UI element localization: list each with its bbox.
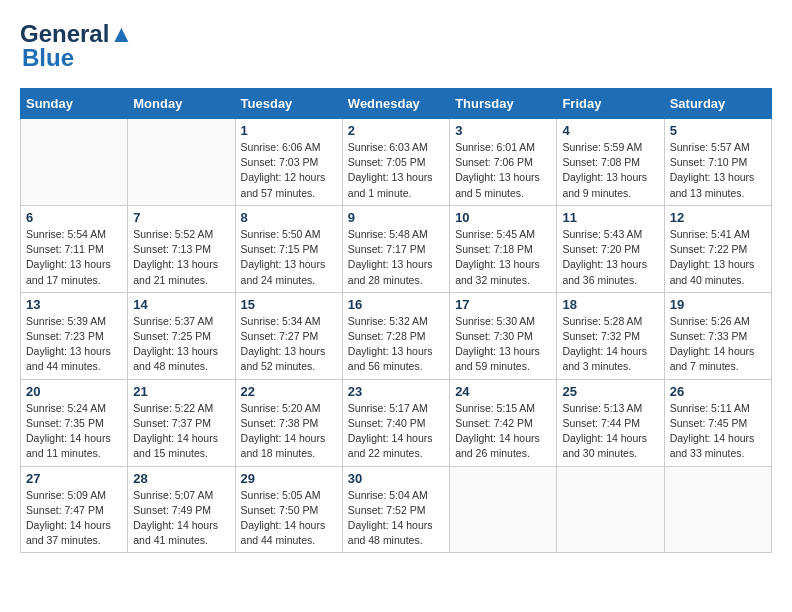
day-number: 25 [562,384,658,399]
day-number: 13 [26,297,122,312]
calendar-cell-w1-d3: 9Sunrise: 5:48 AM Sunset: 7:17 PM Daylig… [342,205,449,292]
calendar-cell-w0-d0 [21,119,128,206]
calendar-cell-w1-d0: 6Sunrise: 5:54 AM Sunset: 7:11 PM Daylig… [21,205,128,292]
day-info: Sunrise: 5:28 AM Sunset: 7:32 PM Dayligh… [562,314,658,375]
day-info: Sunrise: 5:57 AM Sunset: 7:10 PM Dayligh… [670,140,766,201]
day-info: Sunrise: 5:34 AM Sunset: 7:27 PM Dayligh… [241,314,337,375]
calendar-cell-w0-d6: 5Sunrise: 5:57 AM Sunset: 7:10 PM Daylig… [664,119,771,206]
day-number: 29 [241,471,337,486]
day-number: 14 [133,297,229,312]
day-number: 21 [133,384,229,399]
day-info: Sunrise: 5:05 AM Sunset: 7:50 PM Dayligh… [241,488,337,549]
day-info: Sunrise: 5:22 AM Sunset: 7:37 PM Dayligh… [133,401,229,462]
calendar-cell-w0-d4: 3Sunrise: 6:01 AM Sunset: 7:06 PM Daylig… [450,119,557,206]
day-info: Sunrise: 5:20 AM Sunset: 7:38 PM Dayligh… [241,401,337,462]
day-number: 15 [241,297,337,312]
calendar-cell-w2-d4: 17Sunrise: 5:30 AM Sunset: 7:30 PM Dayli… [450,292,557,379]
calendar-cell-w1-d6: 12Sunrise: 5:41 AM Sunset: 7:22 PM Dayli… [664,205,771,292]
calendar-cell-w1-d5: 11Sunrise: 5:43 AM Sunset: 7:20 PM Dayli… [557,205,664,292]
day-number: 30 [348,471,444,486]
calendar-cell-w4-d3: 30Sunrise: 5:04 AM Sunset: 7:52 PM Dayli… [342,466,449,553]
day-info: Sunrise: 5:09 AM Sunset: 7:47 PM Dayligh… [26,488,122,549]
day-info: Sunrise: 5:04 AM Sunset: 7:52 PM Dayligh… [348,488,444,549]
day-info: Sunrise: 5:11 AM Sunset: 7:45 PM Dayligh… [670,401,766,462]
day-number: 20 [26,384,122,399]
day-info: Sunrise: 6:01 AM Sunset: 7:06 PM Dayligh… [455,140,551,201]
day-number: 27 [26,471,122,486]
calendar-cell-w4-d1: 28Sunrise: 5:07 AM Sunset: 7:49 PM Dayli… [128,466,235,553]
day-number: 18 [562,297,658,312]
calendar-cell-w0-d2: 1Sunrise: 6:06 AM Sunset: 7:03 PM Daylig… [235,119,342,206]
day-info: Sunrise: 5:43 AM Sunset: 7:20 PM Dayligh… [562,227,658,288]
day-number: 9 [348,210,444,225]
calendar-cell-w3-d4: 24Sunrise: 5:15 AM Sunset: 7:42 PM Dayli… [450,379,557,466]
day-number: 10 [455,210,551,225]
day-info: Sunrise: 5:41 AM Sunset: 7:22 PM Dayligh… [670,227,766,288]
day-info: Sunrise: 5:15 AM Sunset: 7:42 PM Dayligh… [455,401,551,462]
calendar-cell-w3-d3: 23Sunrise: 5:17 AM Sunset: 7:40 PM Dayli… [342,379,449,466]
day-number: 3 [455,123,551,138]
calendar-cell-w4-d0: 27Sunrise: 5:09 AM Sunset: 7:47 PM Dayli… [21,466,128,553]
weekday-header-sunday: Sunday [21,89,128,119]
day-number: 4 [562,123,658,138]
day-info: Sunrise: 5:59 AM Sunset: 7:08 PM Dayligh… [562,140,658,201]
calendar-cell-w3-d5: 25Sunrise: 5:13 AM Sunset: 7:44 PM Dayli… [557,379,664,466]
weekday-header-thursday: Thursday [450,89,557,119]
day-number: 22 [241,384,337,399]
calendar-cell-w2-d2: 15Sunrise: 5:34 AM Sunset: 7:27 PM Dayli… [235,292,342,379]
day-info: Sunrise: 5:37 AM Sunset: 7:25 PM Dayligh… [133,314,229,375]
calendar-cell-w4-d2: 29Sunrise: 5:05 AM Sunset: 7:50 PM Dayli… [235,466,342,553]
day-info: Sunrise: 5:17 AM Sunset: 7:40 PM Dayligh… [348,401,444,462]
logo-blue: Blue [22,44,74,72]
day-number: 12 [670,210,766,225]
calendar-cell-w1-d2: 8Sunrise: 5:50 AM Sunset: 7:15 PM Daylig… [235,205,342,292]
calendar-cell-w4-d6 [664,466,771,553]
calendar-cell-w0-d5: 4Sunrise: 5:59 AM Sunset: 7:08 PM Daylig… [557,119,664,206]
logo: General▲ Blue [20,20,133,72]
day-number: 16 [348,297,444,312]
day-number: 7 [133,210,229,225]
day-info: Sunrise: 5:45 AM Sunset: 7:18 PM Dayligh… [455,227,551,288]
calendar-cell-w3-d6: 26Sunrise: 5:11 AM Sunset: 7:45 PM Dayli… [664,379,771,466]
day-number: 6 [26,210,122,225]
calendar-cell-w4-d5 [557,466,664,553]
day-number: 17 [455,297,551,312]
day-number: 1 [241,123,337,138]
day-info: Sunrise: 6:03 AM Sunset: 7:05 PM Dayligh… [348,140,444,201]
day-info: Sunrise: 5:26 AM Sunset: 7:33 PM Dayligh… [670,314,766,375]
weekday-header-wednesday: Wednesday [342,89,449,119]
day-info: Sunrise: 5:52 AM Sunset: 7:13 PM Dayligh… [133,227,229,288]
calendar-cell-w1-d4: 10Sunrise: 5:45 AM Sunset: 7:18 PM Dayli… [450,205,557,292]
day-number: 2 [348,123,444,138]
day-info: Sunrise: 5:54 AM Sunset: 7:11 PM Dayligh… [26,227,122,288]
weekday-header-monday: Monday [128,89,235,119]
weekday-header-saturday: Saturday [664,89,771,119]
calendar-cell-w0-d3: 2Sunrise: 6:03 AM Sunset: 7:05 PM Daylig… [342,119,449,206]
day-info: Sunrise: 5:48 AM Sunset: 7:17 PM Dayligh… [348,227,444,288]
weekday-header-friday: Friday [557,89,664,119]
day-info: Sunrise: 5:50 AM Sunset: 7:15 PM Dayligh… [241,227,337,288]
day-info: Sunrise: 5:30 AM Sunset: 7:30 PM Dayligh… [455,314,551,375]
day-number: 19 [670,297,766,312]
day-number: 5 [670,123,766,138]
day-info: Sunrise: 5:39 AM Sunset: 7:23 PM Dayligh… [26,314,122,375]
day-number: 8 [241,210,337,225]
calendar-cell-w2-d5: 18Sunrise: 5:28 AM Sunset: 7:32 PM Dayli… [557,292,664,379]
day-info: Sunrise: 5:07 AM Sunset: 7:49 PM Dayligh… [133,488,229,549]
calendar-cell-w2-d0: 13Sunrise: 5:39 AM Sunset: 7:23 PM Dayli… [21,292,128,379]
day-info: Sunrise: 5:32 AM Sunset: 7:28 PM Dayligh… [348,314,444,375]
day-number: 11 [562,210,658,225]
calendar-cell-w2-d3: 16Sunrise: 5:32 AM Sunset: 7:28 PM Dayli… [342,292,449,379]
calendar-cell-w3-d1: 21Sunrise: 5:22 AM Sunset: 7:37 PM Dayli… [128,379,235,466]
day-info: Sunrise: 5:13 AM Sunset: 7:44 PM Dayligh… [562,401,658,462]
day-number: 26 [670,384,766,399]
calendar-table: SundayMondayTuesdayWednesdayThursdayFrid… [20,88,772,553]
calendar-cell-w2-d6: 19Sunrise: 5:26 AM Sunset: 7:33 PM Dayli… [664,292,771,379]
weekday-header-tuesday: Tuesday [235,89,342,119]
calendar-cell-w3-d2: 22Sunrise: 5:20 AM Sunset: 7:38 PM Dayli… [235,379,342,466]
calendar-cell-w1-d1: 7Sunrise: 5:52 AM Sunset: 7:13 PM Daylig… [128,205,235,292]
day-number: 23 [348,384,444,399]
day-number: 28 [133,471,229,486]
day-number: 24 [455,384,551,399]
day-info: Sunrise: 5:24 AM Sunset: 7:35 PM Dayligh… [26,401,122,462]
